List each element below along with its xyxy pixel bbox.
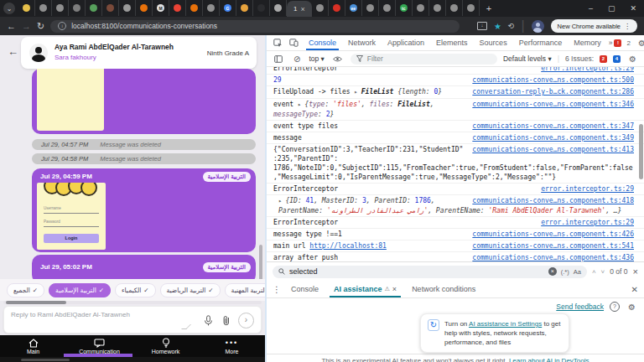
drawer-tab-ai-assistance[interactable]: AI assistance ⚠ × xyxy=(326,281,404,297)
browser-tab[interactable] xyxy=(35,0,52,16)
profile-avatar[interactable] xyxy=(532,20,544,33)
learn-about-ai-link[interactable]: Learn about AI in DevTools xyxy=(509,357,589,362)
window-minimize-button[interactable]: – xyxy=(581,4,600,13)
bookmark-star-icon[interactable]: ★ xyxy=(494,22,501,31)
devtools-tab-elements[interactable]: Elements xyxy=(430,35,474,50)
console-sidebar-icon[interactable] xyxy=(272,55,285,63)
browser-tab[interactable] xyxy=(312,0,329,16)
attachment-paperclip-icon[interactable] xyxy=(220,313,233,327)
browser-tab[interactable]: M xyxy=(153,0,169,16)
source-link[interactable]: communications-conve…ns.component.ts:418 xyxy=(472,196,634,205)
browser-tab[interactable] xyxy=(446,0,463,16)
new-chrome-button[interactable]: New Chrome available ⋮ xyxy=(551,19,637,33)
tab-search-chevron-icon[interactable]: ⌄ xyxy=(3,3,15,14)
chips-horizontal-scrollbar[interactable] xyxy=(3,301,262,304)
source-link[interactable]: communications-conve…ns.component.ts:346 xyxy=(472,100,634,109)
resize-handle[interactable] xyxy=(181,324,191,329)
message-bubble-1[interactable] xyxy=(32,69,256,134)
source-link[interactable]: communications-conve…ns.component.ts:500 xyxy=(472,75,634,85)
devtools-tab-memory[interactable]: Memory xyxy=(568,35,607,50)
browser-tab[interactable] xyxy=(379,0,396,16)
browser-tab[interactable] xyxy=(86,0,102,16)
send-button[interactable]: › xyxy=(238,313,254,328)
ai-settings-link[interactable]: AI assistance in Settings xyxy=(469,320,542,328)
console-filter-input[interactable]: Filter xyxy=(351,54,497,65)
filter-chip[interactable]: التربية الرياضية✓ xyxy=(160,283,221,297)
chrome-menu-kebab-icon[interactable]: ⋮ xyxy=(624,23,631,30)
issues-label[interactable]: 6 Issues: xyxy=(565,54,594,63)
source-link[interactable]: error.interceptor.ts:29 xyxy=(541,218,634,227)
filter-chip[interactable]: التربية الإسلامية✓ xyxy=(49,283,111,297)
browser-tab[interactable]: G xyxy=(220,0,236,16)
drawer-close-icon[interactable]: ✕ xyxy=(629,285,641,294)
nav-homework[interactable]: Homework xyxy=(132,335,199,357)
console-settings-gear-icon[interactable]: ⚙ xyxy=(626,54,639,64)
forward-button[interactable]: → xyxy=(22,21,31,31)
devtools-tab-console[interactable]: Console xyxy=(303,35,342,50)
window-close-button[interactable]: ✕ xyxy=(622,4,644,13)
install-icon[interactable]: ↓ xyxy=(477,22,487,30)
window-maximize-button[interactable]: ▢ xyxy=(600,4,623,13)
source-link[interactable]: error.interceptor.ts:29 xyxy=(541,67,634,73)
ai-settings-gear-icon[interactable]: ⚙ xyxy=(626,303,638,312)
browser-tab[interactable] xyxy=(18,0,35,16)
chat-scrollbar[interactable] xyxy=(259,245,262,282)
browser-tab[interactable] xyxy=(270,0,287,16)
reload-button[interactable]: ↻ xyxy=(37,21,44,32)
attached-image[interactable] xyxy=(37,69,104,131)
browser-tab[interactable] xyxy=(102,0,119,16)
reply-box[interactable]: Reply to Rami AbdElQader Al-Tarawneh › xyxy=(3,306,262,334)
browser-tab[interactable] xyxy=(236,0,253,16)
nav-main[interactable]: Main xyxy=(0,335,66,357)
nav-more[interactable]: ••• More xyxy=(199,335,265,357)
bottom-scroll-thumb[interactable] xyxy=(21,359,70,361)
attached-login-screenshot[interactable]: Username Password Login xyxy=(37,183,106,250)
drawer-tab-close-icon[interactable]: × xyxy=(392,285,397,293)
devtools-tab-network[interactable]: Network xyxy=(342,35,382,50)
teacher-name-link[interactable]: Sara fakhoury xyxy=(55,54,96,61)
browser-tab[interactable] xyxy=(329,0,345,16)
source-link[interactable]: conversation-reply-b…ck.component.ts:286 xyxy=(472,87,634,96)
address-bar[interactable]: i localhost:8100/communications-conversa… xyxy=(50,20,460,33)
back-arrow-button[interactable]: ← xyxy=(8,45,18,58)
filter-chip[interactable]: التربية المهنية✓ xyxy=(225,283,265,297)
browser-tab[interactable]: ee xyxy=(345,0,362,16)
browser-tab[interactable] xyxy=(69,0,86,16)
source-link[interactable]: communications-conve…ns.component.ts:426 xyxy=(472,230,634,239)
search-prev-icon[interactable]: ˄ xyxy=(592,268,596,276)
tab-close-icon[interactable]: × xyxy=(300,5,304,13)
devtools-tab-sources[interactable]: Sources xyxy=(474,35,513,50)
url-text[interactable]: localhost:8100/communications-conversati… xyxy=(71,22,217,30)
search-close-icon[interactable]: × xyxy=(633,266,638,277)
context-selector[interactable]: top ▾ xyxy=(309,54,324,63)
source-link[interactable]: communications-conve…ns.component.ts:413 xyxy=(472,145,634,154)
drawer-kebab-icon[interactable]: ⋮ xyxy=(270,285,283,294)
devtools-tab-performance[interactable]: Performance xyxy=(513,35,569,50)
browser-tab[interactable]: tc xyxy=(396,0,413,16)
drawer-tab-network-conditions[interactable]: Network conditions xyxy=(404,281,483,297)
search-next-icon[interactable]: ˅ xyxy=(601,268,605,276)
device-toolbar-icon[interactable] xyxy=(287,39,301,47)
more-panels-chevron[interactable]: » xyxy=(609,39,613,47)
browser-tab[interactable] xyxy=(52,0,69,16)
error-badge-icon[interactable]: ! xyxy=(614,39,621,47)
microphone-icon[interactable] xyxy=(201,313,215,327)
source-link[interactable]: error.interceptor.ts:29 xyxy=(541,184,634,194)
eye-icon[interactable] xyxy=(330,56,345,62)
browser-tab[interactable] xyxy=(413,0,429,16)
send-feedback-link[interactable]: Send feedback xyxy=(556,303,604,311)
message-bubble-2[interactable]: Jul 29, 04:59 PM التربية الإسلامية Usern… xyxy=(32,168,256,252)
active-browser-tab[interactable]: 1 × xyxy=(287,1,312,17)
drawer-tab-console[interactable]: Console xyxy=(283,281,326,297)
source-link[interactable]: communications-conve…ns.component.ts:347 xyxy=(472,122,634,131)
inspect-element-icon[interactable] xyxy=(271,39,285,48)
browser-tab[interactable] xyxy=(119,0,136,16)
search-input[interactable]: selected × (.*) Aa xyxy=(273,266,587,278)
filter-chip[interactable]: الجميع✓ xyxy=(7,283,44,297)
clear-console-icon[interactable]: ⊘ xyxy=(291,54,303,64)
source-link[interactable]: communications-conve…ns.component.ts:541 xyxy=(472,241,634,251)
browser-tab[interactable] xyxy=(463,0,480,16)
browser-tab[interactable] xyxy=(362,0,379,16)
back-button[interactable]: ← xyxy=(7,21,16,31)
case-toggle[interactable]: Aa xyxy=(574,268,581,276)
